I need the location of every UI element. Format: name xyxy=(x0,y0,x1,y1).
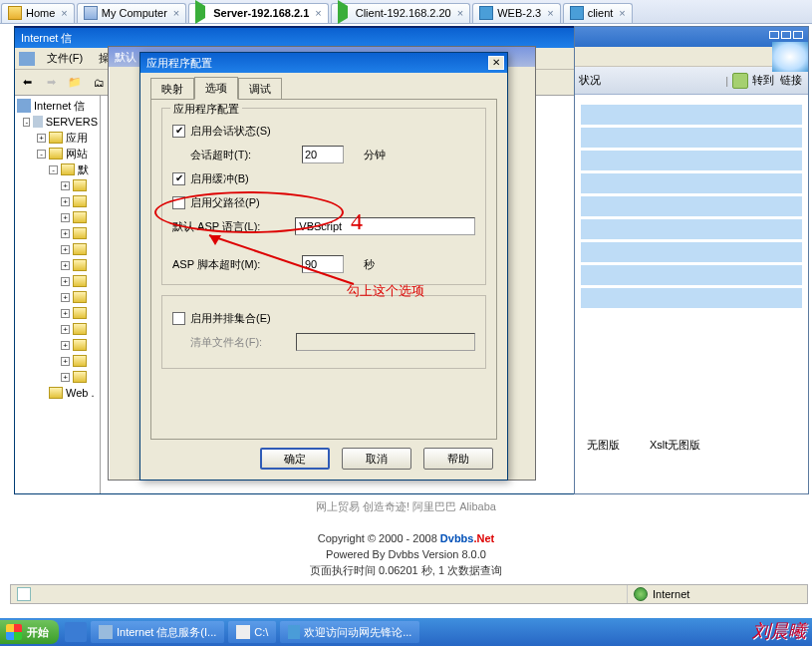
dialog-titlebar[interactable]: 应用程序配置 ✕ xyxy=(140,53,507,73)
folder-icon xyxy=(73,243,87,255)
tree-server[interactable]: -SERVERS xyxy=(17,114,98,130)
menu-file[interactable]: 文件(F) xyxy=(47,51,83,66)
enable-session-checkbox[interactable]: ✔ xyxy=(172,125,185,138)
close-icon[interactable]: × xyxy=(457,7,463,19)
script-timeout-input[interactable]: 90 xyxy=(302,255,344,273)
maximize-icon[interactable] xyxy=(781,31,791,39)
close-icon[interactable] xyxy=(793,31,803,39)
tab-client[interactable]: client× xyxy=(563,3,633,23)
ok-button[interactable]: 确定 xyxy=(260,448,330,470)
tree-node[interactable]: + xyxy=(17,257,98,273)
quicklaunch-ie[interactable] xyxy=(65,622,87,642)
close-icon[interactable]: × xyxy=(173,7,179,19)
tab-client20[interactable]: Client-192.168.2.20× xyxy=(331,3,470,23)
tab-web23[interactable]: WEB-2.3× xyxy=(472,3,560,23)
tab-options[interactable]: 选项 xyxy=(194,77,238,100)
tree-node[interactable]: + xyxy=(17,193,98,209)
close-icon[interactable]: × xyxy=(547,7,553,19)
expand-icon[interactable]: + xyxy=(61,213,70,222)
link-noimg[interactable]: 无图版 xyxy=(587,438,620,453)
enable-sxs-checkbox[interactable] xyxy=(172,312,185,325)
enable-parent-paths-checkbox[interactable] xyxy=(172,196,185,209)
tree-node[interactable]: +应用 xyxy=(17,130,98,146)
tree-node[interactable]: + xyxy=(17,209,98,225)
tree-node[interactable]: + xyxy=(17,337,98,353)
tree-node[interactable]: -默 xyxy=(17,162,98,177)
collapse-icon[interactable]: - xyxy=(23,118,30,127)
tree-node[interactable]: + xyxy=(17,289,98,305)
list-item[interactable] xyxy=(581,242,802,262)
play-icon xyxy=(195,6,209,20)
tab-server[interactable]: Server-192.168.2.1× xyxy=(188,3,328,23)
expand-icon[interactable]: + xyxy=(61,181,70,190)
minimize-icon[interactable] xyxy=(769,31,779,39)
list-item[interactable] xyxy=(581,128,802,148)
list-item[interactable] xyxy=(581,288,802,308)
close-icon[interactable]: × xyxy=(315,7,321,19)
iis-tree[interactable]: Internet 信 -SERVERS +应用 -网站 -默 + + + + +… xyxy=(15,96,101,493)
back-button[interactable]: ⬅ xyxy=(16,73,38,93)
list-item[interactable] xyxy=(581,265,802,285)
expand-icon[interactable]: + xyxy=(61,293,70,302)
tree-node[interactable]: + xyxy=(17,305,98,321)
taskbar-item[interactable]: C:\ xyxy=(228,621,276,643)
unit-label: 分钟 xyxy=(364,148,386,162)
tab-mapping[interactable]: 映射 xyxy=(150,78,194,100)
tree-node[interactable]: + xyxy=(17,241,98,257)
tree-node[interactable]: + xyxy=(17,321,98,337)
computer-icon xyxy=(33,116,42,128)
start-button[interactable]: 开始 xyxy=(0,620,59,644)
link-xslt[interactable]: Xslt无图版 xyxy=(650,438,700,453)
expand-icon[interactable]: + xyxy=(61,277,70,286)
options-panel: 应用程序配置 ✔ 启用会话状态(S) 会话超时(T): 20 分钟 ✔ 启用缓冲… xyxy=(150,99,497,440)
tab-mycomputer[interactable]: My Computer× xyxy=(77,3,186,23)
close-icon[interactable]: × xyxy=(61,7,67,19)
expand-icon[interactable]: + xyxy=(61,325,70,334)
expand-icon[interactable]: + xyxy=(61,197,70,206)
collapse-icon[interactable]: - xyxy=(49,165,58,174)
expand-icon[interactable]: + xyxy=(61,357,70,366)
footer-tagline: 网上贸易 创造奇迹! 阿里巴巴 Alibaba xyxy=(0,498,812,514)
session-timeout-input[interactable]: 20 xyxy=(302,146,344,163)
enable-buffer-checkbox[interactable]: ✔ xyxy=(172,172,185,185)
tree-node[interactable]: + xyxy=(17,369,98,385)
links-label[interactable]: 链接 xyxy=(780,73,802,88)
expand-icon[interactable]: + xyxy=(61,229,70,238)
expand-icon[interactable]: + xyxy=(61,245,70,254)
props-button[interactable]: 🗂 xyxy=(88,73,110,93)
tab-home[interactable]: Home× xyxy=(1,3,75,23)
expand-icon[interactable]: + xyxy=(61,309,70,318)
tree-node[interactable]: + xyxy=(17,273,98,289)
collapse-icon[interactable]: - xyxy=(37,150,46,159)
cancel-button[interactable]: 取消 xyxy=(342,448,411,470)
taskbar-item[interactable]: Internet 信息服务(I... xyxy=(91,621,224,643)
list-item[interactable] xyxy=(581,105,802,125)
list-item[interactable] xyxy=(581,196,802,216)
folder-icon xyxy=(73,179,87,191)
up-button[interactable]: 📁 xyxy=(64,73,86,93)
app-config-group: 应用程序配置 ✔ 启用会话状态(S) 会话超时(T): 20 分钟 ✔ 启用缓冲… xyxy=(161,108,486,285)
ie-content: 无图版 Xslt无图版 xyxy=(575,95,808,463)
tree-node[interactable]: + xyxy=(17,353,98,369)
tree-root[interactable]: Internet 信 xyxy=(17,98,98,114)
list-item[interactable] xyxy=(581,151,802,170)
expand-icon[interactable]: + xyxy=(61,373,70,382)
asp-lang-input[interactable]: VBScript xyxy=(295,217,475,235)
tab-debug[interactable]: 调试 xyxy=(238,78,282,100)
close-button[interactable]: ✕ xyxy=(488,56,504,70)
list-item[interactable] xyxy=(581,173,802,193)
tree-node[interactable]: + xyxy=(17,225,98,241)
tree-node[interactable]: + xyxy=(17,177,98,193)
expand-icon[interactable]: + xyxy=(61,341,70,350)
folder-icon xyxy=(61,163,75,175)
tree-node[interactable]: -网站 xyxy=(17,146,98,162)
expand-icon[interactable]: + xyxy=(37,134,46,143)
tree-webservice[interactable]: Web . xyxy=(17,385,98,401)
help-button[interactable]: 帮助 xyxy=(423,448,493,470)
go-button[interactable] xyxy=(732,73,748,89)
expand-icon[interactable]: + xyxy=(61,261,70,270)
taskbar-item[interactable]: 欢迎访问动网先锋论... xyxy=(280,621,419,643)
list-item[interactable] xyxy=(581,219,802,239)
close-icon[interactable]: × xyxy=(619,7,625,19)
forward-button[interactable]: ➡ xyxy=(40,73,62,93)
